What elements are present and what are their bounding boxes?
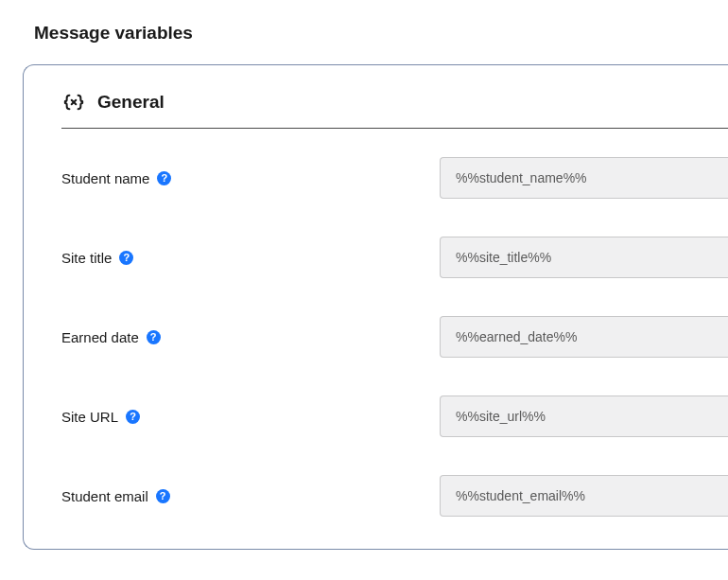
help-icon[interactable]: ? (119, 251, 133, 265)
variable-value-box[interactable]: %%site_url%% (440, 395, 728, 437)
variable-row-student-email: Student email ? %%student_email%% (61, 475, 728, 517)
variable-value: %%student_name%% (456, 170, 587, 185)
variable-label: Site URL (61, 409, 118, 425)
variable-value: %%student_email%% (456, 488, 585, 503)
variable-value: %%earned_date%% (456, 329, 577, 344)
section-title: General (97, 92, 165, 113)
variable-label-wrap: Earned date ? (61, 329, 440, 345)
help-icon[interactable]: ? (147, 330, 161, 344)
variable-value-box[interactable]: %%earned_date%% (440, 316, 728, 358)
variable-label: Student email (61, 488, 148, 504)
variable-row-site-title: Site title ? %%site_title%% (61, 237, 728, 278)
variable-label-wrap: Site URL ? (61, 409, 440, 425)
variable-label: Site title (61, 250, 112, 266)
variable-value: %%site_title%% (456, 250, 551, 265)
variable-braces-icon (61, 92, 86, 113)
variable-value-box[interactable]: %%site_title%% (440, 237, 728, 278)
variable-row-student-name: Student name ? %%student_name%% (61, 157, 728, 199)
help-icon[interactable]: ? (157, 171, 171, 185)
section-header: General (61, 92, 728, 129)
variable-row-site-url: Site URL ? %%site_url%% (61, 395, 728, 437)
variables-list: Student name ? %%student_name%% Site tit… (61, 129, 728, 517)
help-icon[interactable]: ? (126, 410, 140, 424)
page-title: Message variables (0, 0, 728, 44)
variable-label-wrap: Student email ? (61, 488, 440, 504)
help-icon[interactable]: ? (156, 489, 170, 503)
variable-value-box[interactable]: %%student_name%% (440, 157, 728, 199)
variables-panel: General Student name ? %%student_name%% … (23, 64, 728, 550)
variable-value-box[interactable]: %%student_email%% (440, 475, 728, 517)
variable-label-wrap: Student name ? (61, 170, 440, 186)
variable-label-wrap: Site title ? (61, 250, 440, 266)
variable-label: Student name (61, 170, 149, 186)
variable-label: Earned date (61, 329, 139, 345)
variable-value: %%site_url%% (456, 409, 546, 424)
variable-row-earned-date: Earned date ? %%earned_date%% (61, 316, 728, 358)
